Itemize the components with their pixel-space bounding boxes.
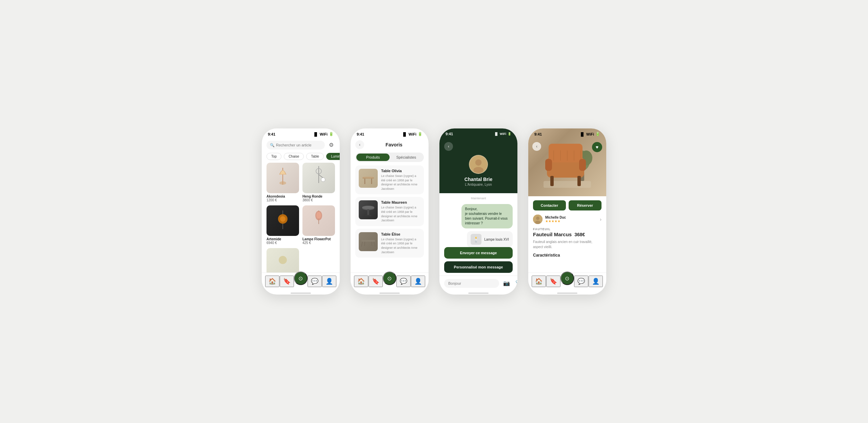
tab-specialistes[interactable]: Spécialistes	[390, 154, 423, 161]
nav-bookmark-4[interactable]: 🔖	[546, 276, 560, 287]
product-name-3: Artemide	[267, 237, 299, 241]
chip-chaise[interactable]: Chaise	[284, 153, 304, 160]
hero-fav-button[interactable]: ♥	[592, 142, 602, 152]
home-indicator-1	[291, 293, 311, 294]
nav-scan-1[interactable]: ⊙	[294, 271, 308, 285]
fav-img-3	[359, 232, 378, 251]
nav-message-1[interactable]: 💬	[308, 276, 322, 287]
chip-top[interactable]: Top	[267, 153, 281, 160]
nav-message-2[interactable]: 💬	[396, 276, 411, 287]
signal-icon-2: ▐▌	[402, 132, 407, 136]
signal-icon-1: ▐▌	[313, 132, 318, 136]
fav-info-3: Table Élise Le chaise Swan (cygne) a été…	[381, 232, 420, 254]
product-card-4[interactable]: Lampe FlowerPot 425 €	[302, 205, 335, 245]
back-button-2[interactable]: ‹	[355, 140, 364, 149]
svg-line-25	[372, 242, 372, 246]
product-img-1	[267, 163, 299, 193]
screens-container: 9:41 ▐▌ WiFi 🔋 🔍 ⚙ Top Chaise Table Lumi…	[248, 108, 620, 315]
phone-product-detail: 9:41 ▐▌ WiFi 🔋	[528, 128, 606, 295]
svg-rect-38	[550, 176, 554, 186]
nav-bookmark-1[interactable]: 🔖	[280, 276, 294, 287]
wifi-icon-3: WiFi	[500, 132, 506, 136]
chip-table[interactable]: Table	[306, 153, 324, 160]
product-name-2: Heng Ronde	[302, 195, 335, 198]
product-price-3: 6940 €	[267, 241, 299, 245]
status-icons-1: ▐▌ WiFi 🔋	[313, 132, 334, 136]
battery-icon-2: 🔋	[418, 132, 422, 136]
nav-message-4[interactable]: 💬	[574, 276, 588, 287]
fav-img-1	[359, 169, 378, 188]
product-price-2: 3800 €	[302, 198, 335, 202]
phone1-content: 🔍 ⚙ Top Chaise Table Luminaire D	[262, 138, 340, 295]
signal-icon-3: ▐▌	[494, 132, 498, 136]
product-price-detail: 368€	[574, 232, 585, 237]
product-img-5	[267, 248, 299, 273]
favoris-item-3[interactable]: Table Élise Le chaise Swan (cygne) a été…	[355, 229, 424, 258]
product-name-4: Lampe FlowerPot	[302, 237, 335, 241]
product-price-1: 1200 €	[267, 198, 299, 202]
chip-luminaire[interactable]: Luminaire	[326, 153, 340, 160]
attach-button[interactable]: 📎	[514, 279, 517, 288]
filter-button[interactable]: ⚙	[328, 140, 335, 149]
status-bar-4: 9:41 ▐▌ WiFi 🔋	[528, 128, 606, 138]
product-card-5[interactable]	[267, 248, 299, 273]
svg-point-1	[279, 181, 286, 185]
product-card-2[interactable]: Heng Ronde 3800 €	[302, 163, 335, 202]
nav-bookmark-2[interactable]: 🔖	[369, 276, 383, 287]
nav-profile-4[interactable]: 👤	[589, 276, 603, 287]
fav-name-2: Table Maureen	[381, 200, 420, 204]
fav-desc-3: Le chaise Swan (cygne) a été créé en 195…	[381, 237, 420, 254]
status-bar-1: 9:41 ▐▌ WiFi 🔋	[262, 128, 340, 138]
favoris-item-1[interactable]: Table Olivia Le chaise Swan (cygne) a ét…	[355, 165, 424, 194]
svg-point-8	[280, 216, 285, 222]
svg-rect-19	[367, 209, 369, 215]
nav-scan-4[interactable]: ⊙	[560, 271, 574, 285]
battery-icon-4: 🔋	[595, 132, 600, 136]
nav-home-1[interactable]: 🏠	[265, 276, 279, 287]
camera-button[interactable]: 📷	[502, 279, 511, 288]
search-input-wrap: 🔍	[267, 141, 325, 149]
svg-line-23	[374, 242, 375, 247]
nav-home-2[interactable]: 🏠	[354, 276, 368, 287]
personnalise-button[interactable]: Personnalisé mon message	[444, 261, 513, 273]
hero-back-button[interactable]: ‹	[532, 142, 541, 151]
contacter-button[interactable]: Contacter	[533, 200, 566, 210]
product-card-3[interactable]: Artemide 6940 €	[267, 205, 299, 245]
nav-scan-2[interactable]: ⊙	[383, 271, 396, 285]
chat-product-bubble: 🕯️ Lampe louis XVI	[467, 231, 513, 247]
search-input[interactable]	[267, 141, 325, 149]
status-bar-3: 9:41 ▐▌ WiFi 🔋	[439, 128, 517, 137]
product-card-1[interactable]: Akoredeoia 1200 €	[267, 163, 299, 202]
nav-profile-2[interactable]: 👤	[411, 276, 425, 287]
product-name-1: Akoredeoia	[267, 195, 299, 198]
bottom-nav-1: 🏠 🔖 ⊙ 💬 👤	[262, 273, 340, 291]
svg-point-47	[535, 221, 540, 224]
search-icon-1: 🔍	[270, 143, 275, 147]
chat-area: Maintenant Bonjour,je souhaiterais vendr…	[439, 193, 517, 247]
nav-home-4[interactable]: 🏠	[532, 276, 546, 287]
chat-timestamp: Maintenant	[444, 197, 513, 200]
svg-point-16	[362, 176, 374, 178]
svg-line-3	[319, 175, 323, 178]
nav-profile-1[interactable]: 👤	[322, 276, 336, 287]
product-img-4	[302, 205, 335, 236]
home-indicator-2	[379, 293, 400, 294]
favoris-item-2[interactable]: Table Maureen Le chaise Swan (cygne) a é…	[355, 197, 424, 226]
reviewer-arrow[interactable]: ›	[600, 217, 601, 222]
reserver-button[interactable]: Réserver	[569, 200, 601, 210]
svg-line-24	[364, 242, 365, 246]
envoyer-button[interactable]: Envoyer ce message	[444, 247, 513, 259]
back-header-2: ‹ Favoris	[351, 138, 429, 151]
product-desc: Fauteuil anglais ancien en cuir travaill…	[533, 239, 601, 249]
back-button-3[interactable]: ‹	[444, 142, 453, 151]
page-title-2: Favoris	[364, 142, 424, 147]
profile-sub: L'Antiquaire, Lyon	[465, 183, 492, 186]
product-title-price: Fauteuil Marcus 368€	[533, 231, 601, 237]
phone2-content: ‹ Favoris Produits Spécialistes	[351, 138, 429, 295]
svg-line-22	[361, 242, 362, 247]
svg-point-46	[536, 217, 539, 220]
favoris-list: Table Olivia Le chaise Swan (cygne) a ét…	[351, 165, 429, 273]
product-price-4: 425 €	[302, 241, 335, 245]
chat-input[interactable]	[444, 279, 499, 288]
tab-produits[interactable]: Produits	[356, 154, 390, 161]
